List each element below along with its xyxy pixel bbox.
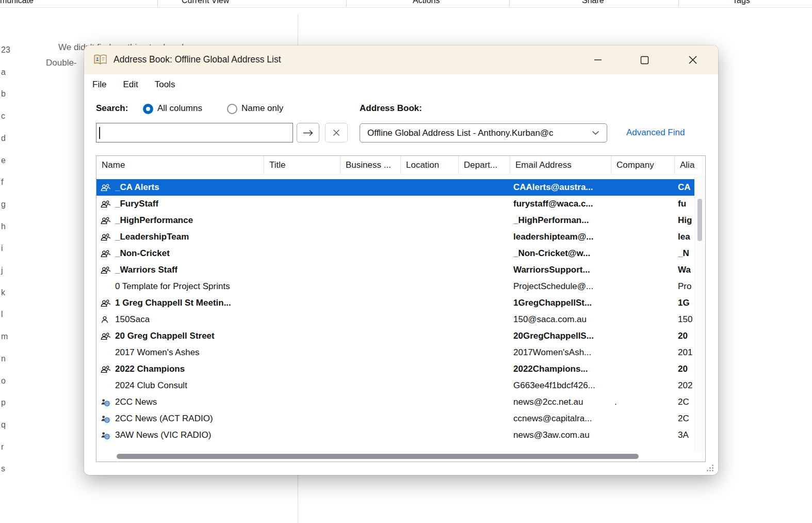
table-row[interactable]: 150Saca 150@saca.com.au 150: [96, 311, 695, 328]
column-header-location[interactable]: Location: [401, 156, 459, 174]
contact-email: ProjectSchedule@...: [513, 278, 610, 295]
group-icon: [101, 216, 110, 225]
table-row[interactable]: _HighPerformance _HighPerforman... Hig: [96, 212, 695, 229]
radio-all-columns-label[interactable]: All columns: [157, 103, 202, 114]
table-body: _CA Alerts CAAlerts@austra... CA _FurySt…: [96, 179, 695, 443]
address-book-label: Address Book:: [360, 103, 422, 114]
table-row[interactable]: 2CC News (ACT RADIO) ccnews@capitalra...…: [96, 410, 695, 427]
contact-email: G663ee4f1bdcf426...: [513, 377, 610, 394]
column-header-name[interactable]: Name: [96, 156, 264, 174]
contact-email: news@2cc.net.au: [513, 394, 610, 410]
nav-letter[interactable]: 23: [1, 45, 10, 55]
nav-letter[interactable]: a: [1, 68, 6, 77]
nav-letter[interactable]: p: [1, 398, 6, 407]
contact-alias: fu: [678, 196, 695, 212]
clear-search-button[interactable]: [325, 123, 348, 142]
menu-file[interactable]: File: [92, 80, 106, 90]
table-row[interactable]: _Warriors Staff WarriorsSupport... Wa: [96, 262, 695, 278]
close-button[interactable]: [678, 45, 707, 74]
vertical-scrollbar[interactable]: [694, 175, 705, 451]
nav-letter[interactable]: d: [1, 134, 6, 143]
contact-alias: Hig: [678, 212, 695, 229]
table-row[interactable]: 2024 Club Consult G663ee4f1bdcf426... 20…: [96, 377, 695, 394]
nav-letter[interactable]: c: [1, 112, 5, 121]
nav-letter[interactable]: k: [1, 288, 5, 297]
nav-letter[interactable]: h: [1, 222, 6, 231]
nav-letter[interactable]: f: [1, 178, 3, 187]
nav-letter[interactable]: m: [1, 332, 8, 341]
table-row[interactable]: _LeadershipTeam leadershipteam@... lea: [96, 229, 695, 245]
contact-email: 1GregChappellSt...: [513, 295, 610, 311]
nav-letter[interactable]: j: [1, 266, 3, 275]
nav-letter[interactable]: s: [1, 464, 5, 473]
contact-email: _Non-Cricket@w...: [513, 245, 610, 262]
column-header-business-phone[interactable]: Business ...: [340, 156, 401, 174]
nav-letter[interactable]: r: [1, 442, 4, 452]
contact-name: 2CC News: [115, 394, 157, 410]
search-input-field[interactable]: [96, 123, 293, 142]
go-button[interactable]: [297, 123, 319, 142]
table-row[interactable]: 3AW News (VIC RADIO) news@3aw.com.au 3A: [96, 427, 695, 443]
nav-letter[interactable]: b: [1, 89, 6, 99]
column-header-company[interactable]: Company: [611, 156, 675, 174]
address-book-dropdown[interactable]: Offline Global Address List - Anthony.Ku…: [360, 123, 607, 142]
advanced-find-link[interactable]: Advanced Find: [626, 128, 685, 138]
nav-letter[interactable]: g: [1, 200, 6, 209]
table-row[interactable]: _Non-Cricket _Non-Cricket@w... _N: [96, 245, 695, 262]
contact-name: 2024 Club Consult: [115, 377, 187, 394]
table-row[interactable]: 0 Template for Project Sprints ProjectSc…: [96, 278, 695, 295]
radio-name-only-label[interactable]: Name only: [241, 103, 283, 114]
column-header-alias[interactable]: Alias: [675, 156, 695, 174]
table-row[interactable]: 2017 Women's Ashes 2017Women'sAsh... 201: [96, 344, 695, 361]
radio-all-columns[interactable]: [143, 104, 153, 114]
column-header-department[interactable]: Depart...: [459, 156, 510, 174]
vertical-scrollbar-thumb[interactable]: [697, 199, 702, 241]
search-input[interactable]: [96, 123, 293, 142]
table-header: Name Title Business ... Location Depart.…: [96, 156, 695, 175]
group-icon: [101, 266, 110, 274]
table-row[interactable]: 2022 Champions 2022Champions... 20: [96, 361, 695, 377]
contact-email: news@3aw.com.au: [513, 427, 610, 443]
contact-alias: 2C: [678, 410, 695, 427]
horizontal-scrollbar-thumb[interactable]: [117, 454, 639, 459]
maximize-button[interactable]: [630, 45, 659, 74]
contact-alias: 201: [678, 344, 695, 361]
column-header-title[interactable]: Title: [264, 156, 340, 174]
table-row[interactable]: _CA Alerts CAAlerts@austra... CA: [96, 179, 695, 196]
table-row[interactable]: _FuryStaff furystaff@waca.c... fu: [96, 196, 695, 212]
nav-letter[interactable]: i: [1, 244, 3, 253]
contact-company: .: [614, 394, 674, 410]
nav-letter[interactable]: e: [1, 156, 6, 165]
contact-alias: lea: [678, 229, 695, 245]
contact-alias: CA: [678, 179, 695, 196]
ribbon-group-label: Actions: [413, 0, 440, 5]
contact-alias: 202: [678, 377, 695, 394]
ribbon-strip: municate Current View Actions Share Tags: [0, 0, 812, 8]
minimize-button[interactable]: [583, 45, 612, 74]
contact-alias: 150: [678, 311, 695, 328]
chevron-down-icon: [592, 131, 599, 135]
contact-name: 0 Template for Project Sprints: [115, 278, 230, 295]
column-header-email-address[interactable]: Email Address: [510, 156, 611, 174]
person-icon: [101, 315, 109, 324]
dialog-titlebar[interactable]: Address Book: Offline Global Address Lis…: [84, 45, 718, 74]
contact-alias: 2C: [678, 394, 695, 410]
menu-tools[interactable]: Tools: [155, 80, 175, 90]
contact-name: 3AW News (VIC RADIO): [115, 427, 211, 443]
contact-email: ccnews@capitalra...: [513, 410, 610, 427]
table-row[interactable]: 2CC News news@2cc.net.au . 2C: [96, 394, 695, 410]
contact-email: 150@saca.com.au: [513, 311, 610, 328]
nav-letter[interactable]: o: [1, 376, 6, 386]
horizontal-scrollbar[interactable]: [96, 451, 695, 462]
ribbon-separator: [346, 0, 347, 7]
menu-edit[interactable]: Edit: [123, 80, 138, 90]
radio-name-only[interactable]: [227, 104, 237, 114]
resize-grip[interactable]: [705, 463, 714, 472]
address-book-icon: [93, 54, 107, 65]
nav-letter[interactable]: n: [1, 354, 6, 363]
nav-letter[interactable]: q: [1, 420, 6, 430]
table-row[interactable]: 1 Greg Chappell St Meetin... 1GregChappe…: [96, 295, 695, 311]
table-row[interactable]: 20 Greg Chappell Street 20GregChappellS.…: [96, 328, 695, 344]
contact-alias: 20: [678, 328, 695, 344]
nav-letter[interactable]: l: [1, 310, 3, 319]
